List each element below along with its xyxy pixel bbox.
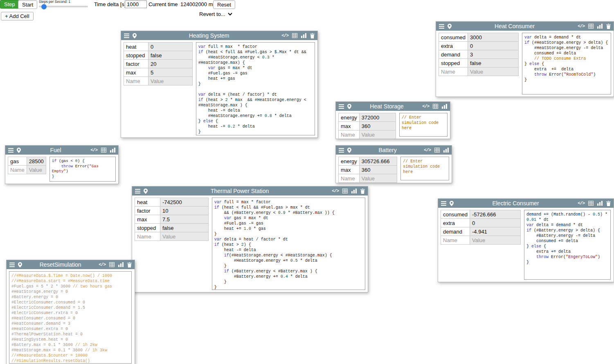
cell-header[interactable]: ResetSimulation </> <box>7 260 135 269</box>
code-view-icon[interactable]: </> <box>90 148 97 153</box>
pin-icon[interactable] <box>448 24 452 29</box>
table-view-icon[interactable] <box>588 24 594 29</box>
revert-dropdown[interactable]: Revert to... <box>199 11 232 17</box>
pin-icon[interactable] <box>347 104 351 109</box>
chart-view-icon[interactable] <box>443 148 449 153</box>
property-value[interactable]: 7.5 <box>160 215 208 224</box>
steps-per-second-slider[interactable] <box>39 4 88 9</box>
chart-view-icon[interactable] <box>110 148 115 153</box>
new-property-value-input[interactable]: Value <box>160 232 208 241</box>
property-value[interactable]: 3 <box>468 50 518 59</box>
add-cell-button[interactable]: + Add Cell <box>1 12 34 20</box>
property-value[interactable]: 0 <box>148 43 192 51</box>
code-editor[interactable]: // Enter simulation code here <box>399 113 448 137</box>
menu-icon[interactable] <box>124 34 129 38</box>
new-property-name-input[interactable]: Name <box>439 67 468 76</box>
new-property-name-input[interactable]: Name <box>339 130 360 139</box>
property-value[interactable]: false <box>160 224 208 232</box>
code-editor[interactable]: var full = max * factor if (heat < full … <box>196 42 315 135</box>
code-view-icon[interactable]: </> <box>281 34 288 38</box>
code-editor[interactable]: demand += (Math.random() - 0.5) * 0.01 *… <box>524 210 611 280</box>
property-value[interactable]: 305726.666 <box>359 157 397 166</box>
property-value[interactable]: -742500 <box>160 198 208 207</box>
new-property-value-input[interactable]: Value <box>27 166 46 174</box>
code-view-icon[interactable]: </> <box>99 263 106 267</box>
chart-view-icon[interactable] <box>301 33 306 38</box>
property-value[interactable]: 20 <box>148 60 192 68</box>
menu-icon[interactable] <box>441 201 446 206</box>
code-editor[interactable]: if (gas < 0) { throw Error("Gas Empty") … <box>49 157 116 182</box>
pin-icon[interactable] <box>144 189 148 194</box>
pin-icon[interactable] <box>133 33 137 38</box>
new-property-value-input[interactable]: Value <box>359 174 397 183</box>
table-view-icon[interactable] <box>433 104 438 109</box>
menu-icon[interactable] <box>9 263 15 267</box>
code-view-icon[interactable]: </> <box>424 148 431 153</box>
property-value[interactable]: false <box>468 59 518 67</box>
new-property-name-input[interactable]: Name <box>441 236 470 245</box>
cell-header[interactable]: Heat Storage </> <box>336 102 450 111</box>
code-editor[interactable]: //#MeasureData.$.Time = Date.now() / 100… <box>9 271 132 364</box>
cell-header[interactable]: Heating System </> <box>121 31 317 40</box>
new-property-name-input[interactable]: Name <box>124 77 148 85</box>
property-value[interactable]: 0 <box>470 219 520 227</box>
new-property-value-input[interactable]: Value <box>470 236 520 245</box>
property-value[interactable]: 28500 <box>27 157 46 166</box>
cell-header[interactable]: Heat Consumer </> <box>436 22 614 31</box>
property-value[interactable]: 0 <box>468 42 518 50</box>
menu-icon[interactable] <box>339 148 344 153</box>
menu-icon[interactable] <box>135 189 140 193</box>
new-property-name-input[interactable]: Name <box>339 174 360 183</box>
cell-header[interactable]: Thermal Power Station </> <box>132 186 368 195</box>
cell-header[interactable]: Fuel </> <box>5 146 118 155</box>
table-view-icon[interactable] <box>588 201 594 206</box>
code-view-icon[interactable]: </> <box>332 189 339 193</box>
table-view-icon[interactable] <box>109 262 115 267</box>
delete-icon[interactable] <box>360 189 365 194</box>
new-property-name-input[interactable]: Name <box>8 166 27 174</box>
step-button[interactable]: Step <box>0 0 19 9</box>
chart-view-icon[interactable] <box>442 104 447 109</box>
property-value[interactable]: 5 <box>148 68 192 77</box>
start-button[interactable]: Start <box>18 0 37 9</box>
new-property-value-input[interactable]: Value <box>359 130 396 139</box>
pin-icon[interactable] <box>17 148 21 153</box>
delete-icon[interactable] <box>606 24 611 29</box>
new-property-value-input[interactable]: Value <box>468 67 518 76</box>
delete-icon[interactable] <box>606 201 611 206</box>
code-view-icon[interactable]: </> <box>578 24 585 29</box>
menu-icon[interactable] <box>439 24 444 29</box>
new-property-value-input[interactable]: Value <box>148 77 192 85</box>
menu-icon[interactable] <box>339 104 344 109</box>
table-view-icon[interactable] <box>101 148 106 153</box>
pin-icon[interactable] <box>450 201 454 206</box>
property-value[interactable]: false <box>148 51 192 60</box>
property-value[interactable]: 3000 <box>468 33 518 42</box>
time-delta-input[interactable] <box>125 0 147 8</box>
menu-icon[interactable] <box>8 148 13 153</box>
code-editor[interactable]: // Enter simulation code here <box>400 157 449 180</box>
table-view-icon[interactable] <box>292 33 297 38</box>
code-editor[interactable]: var delta = demand * dt if (#HeatStorage… <box>522 33 611 94</box>
property-value[interactable]: 360 <box>359 166 397 174</box>
code-editor[interactable]: var full = max * factor if (heat < full … <box>212 198 365 290</box>
cell-header[interactable]: Electric Consumer </> <box>438 199 614 208</box>
delete-icon[interactable] <box>127 262 132 267</box>
property-value[interactable]: 372000 <box>359 113 396 122</box>
chart-view-icon[interactable] <box>351 189 357 193</box>
property-value[interactable]: 10 <box>160 207 208 215</box>
reset-button[interactable]: Reset <box>213 0 235 9</box>
pin-icon[interactable] <box>18 262 22 267</box>
pin-icon[interactable] <box>347 148 351 153</box>
property-value[interactable]: 360 <box>359 122 396 130</box>
property-value[interactable]: -5726.666 <box>470 210 520 219</box>
cell-header[interactable]: Battery </> <box>336 146 452 155</box>
chart-view-icon[interactable] <box>118 262 124 267</box>
chart-view-icon[interactable] <box>597 201 603 206</box>
chart-view-icon[interactable] <box>597 24 603 29</box>
delete-icon[interactable] <box>310 33 315 38</box>
code-view-icon[interactable]: </> <box>578 201 585 206</box>
new-property-name-input[interactable]: Name <box>135 232 160 241</box>
table-view-icon[interactable] <box>434 148 440 153</box>
code-view-icon[interactable]: </> <box>422 104 429 109</box>
